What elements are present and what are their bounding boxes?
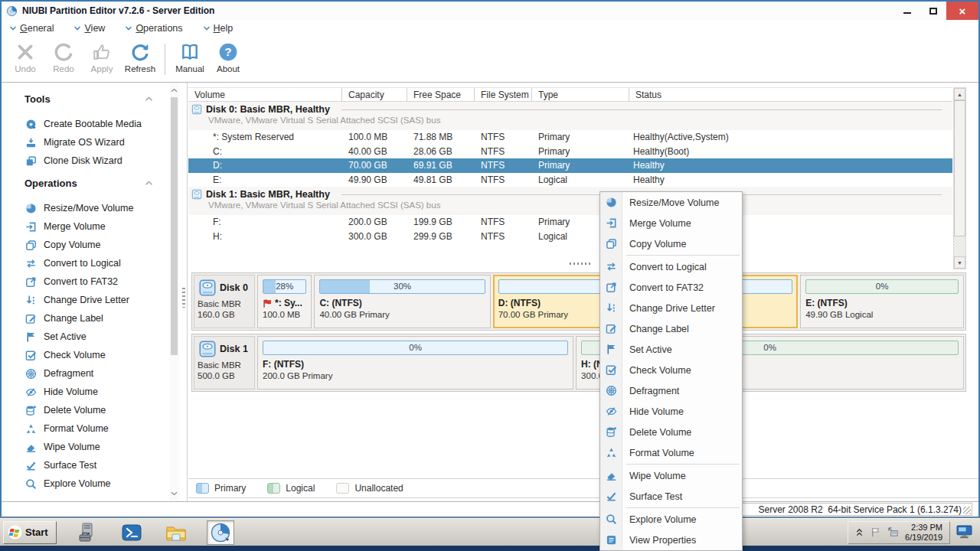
sidebar-scrollbar[interactable] [169, 83, 179, 501]
column-header[interactable]: Free Space [407, 88, 475, 102]
network-icon[interactable] [887, 527, 899, 538]
toolbar-button[interactable]: Manual [171, 37, 209, 82]
sidebar-item[interactable]: Convert to FAT32 [2, 272, 187, 291]
context-menu-item[interactable]: Delete Volume [600, 422, 742, 442]
clock[interactable]: 2:39 PM 6/19/2019 [905, 523, 942, 543]
sidebar-item[interactable]: Format Volume [2, 419, 187, 438]
sidebar-item[interactable]: Check Volume [2, 346, 187, 364]
sidebar-scrollbar-thumb[interactable] [171, 97, 178, 355]
table-row[interactable]: *: System Reserved 100.0 MB 71.88 MB NTF… [188, 130, 952, 145]
menu-item[interactable]: Help [203, 23, 234, 34]
scroll-down-arrow[interactable]: ▼ [954, 256, 965, 269]
taskbar-app-button[interactable] [118, 520, 145, 545]
sidebar-item[interactable]: Clone Disk Wizard [2, 152, 187, 170]
context-menu-item-icon [600, 282, 622, 293]
sidebar-item[interactable]: Change Label [2, 309, 187, 328]
start-button[interactable]: Start [3, 521, 57, 544]
menu-item[interactable]: Operations [125, 23, 182, 34]
context-menu-item[interactable]: Check Volume [600, 360, 742, 380]
sidebar-item[interactable]: Migrate OS Wizard [2, 133, 187, 152]
sidebar-item[interactable]: Merge Volume [2, 217, 187, 236]
sidebar-item[interactable]: Copy Volume [2, 236, 187, 254]
table-row[interactable]: D: 70.00 GB 69.91 GB NTFS Primary Health… [188, 158, 952, 173]
context-menu-item[interactable]: View Properties [600, 530, 742, 550]
sidebar-item[interactable]: Hide Volume [2, 383, 187, 401]
table-row[interactable]: C: 40.00 GB 28.06 GB NTFS Primary Health… [188, 145, 952, 159]
partition-label: D: (NTFS) [498, 298, 541, 308]
table-scrollbar[interactable]: ▲ ▼ [953, 87, 966, 269]
column-header[interactable]: File System [475, 88, 532, 102]
column-header[interactable]: Type [532, 88, 629, 102]
sidebar-splitter[interactable] [182, 288, 185, 308]
taskbar-app-button[interactable] [74, 520, 101, 545]
context-menu-item[interactable]: Resize/Move Volume [600, 192, 742, 213]
system-tray: 2:39 PM 6/19/2019 [848, 521, 950, 544]
context-menu-item[interactable]: Format Volume [600, 442, 742, 463]
context-menu-item[interactable]: Convert to FAT32 [600, 277, 742, 298]
sidebar-item[interactable]: Explore Volume [2, 474, 187, 493]
context-menu-item[interactable]: Merge Volume [600, 213, 742, 233]
show-desktop-button[interactable] [956, 525, 972, 540]
taskbar-app-button[interactable] [207, 520, 234, 545]
context-menu-item[interactable]: Change Drive Letter [600, 298, 742, 318]
toolbar-button[interactable]: Refresh [121, 37, 159, 82]
partition-block[interactable]: 28% *: Sy... 100.0 MB [257, 275, 312, 328]
menu-item[interactable]: View [74, 23, 105, 34]
column-header[interactable]: Capacity [342, 88, 407, 102]
sidebar-item[interactable]: Set Active [2, 328, 187, 346]
disk-bus-info: VMware, VMware Virtual S Serial Attached… [208, 201, 948, 210]
disk-info[interactable]: Disk 1 Basic MBR 500.0 GB [194, 336, 255, 390]
context-menu-item[interactable]: Defragment [600, 380, 742, 401]
column-header[interactable]: Volume [188, 88, 342, 102]
table-row[interactable]: F: 200.0 GB 199.9 GB NTFS Primary Health… [188, 215, 952, 230]
minimize-button[interactable] [894, 2, 920, 20]
show-hidden-icons-chevron[interactable] [855, 527, 864, 537]
sidebar-item[interactable]: Surface Test [2, 456, 187, 474]
table-row[interactable]: E: 49.90 GB 49.81 GB NTFS Logical Health… [188, 173, 952, 187]
context-menu-item[interactable]: Hide Volume [600, 401, 742, 422]
context-menu-item[interactable]: Convert to Logical [600, 256, 742, 277]
maximize-button[interactable] [920, 2, 946, 20]
sidebar-section-header[interactable]: Tools [2, 93, 187, 105]
scroll-down-icon[interactable] [170, 489, 178, 498]
sidebar-item[interactable]: Wipe Volume [2, 438, 187, 456]
context-menu-item[interactable]: Change Label [600, 318, 742, 339]
context-menu-item[interactable]: Wipe Volume [600, 465, 742, 486]
sidebar-item[interactable]: Create Bootable Media [2, 115, 187, 133]
context-menu-item[interactable]: Copy Volume [600, 233, 742, 254]
partition-block[interactable]: 0% E: (NTFS) 49.90 GB Logical [800, 275, 964, 328]
action-center-flag-icon[interactable] [870, 527, 881, 538]
context-menu-item[interactable]: Surface Test [600, 486, 742, 507]
sidebar-item[interactable]: Convert to Logical [2, 254, 187, 272]
sidebar-item[interactable]: Change Drive Letter [2, 291, 187, 309]
menu-bar: General View Operations Help [2, 20, 978, 37]
scroll-up-icon[interactable] [170, 86, 178, 95]
partition-block[interactable]: 0% F: (NTFS) 200.0 GB Primary [257, 336, 573, 390]
taskbar-app-button[interactable] [162, 520, 190, 545]
menu-item[interactable]: General [9, 23, 54, 34]
context-menu-item-icon [600, 261, 622, 272]
disk-group-row[interactable]: Disk 1: Basic MBR, Healthy VMware, VMwar… [188, 187, 952, 215]
table-row[interactable]: H: 300.0 GB 299.9 GB NTFS Logical Health… [188, 230, 952, 244]
toolbar-button[interactable]: ? About [209, 37, 247, 82]
disk-group-row[interactable]: Disk 0: Basic MBR, Healthy VMware, VMwar… [188, 102, 952, 130]
partition-block[interactable]: 30% C: (NTFS) 40.00 GB Primary [314, 275, 490, 328]
column-header[interactable]: Status [629, 88, 758, 102]
toolbar-button[interactable]: Apply [83, 37, 121, 82]
table-scrollbar-thumb[interactable] [954, 100, 965, 236]
disk-info[interactable]: Disk 0 Basic MBR 160.0 GB [194, 275, 255, 328]
sidebar-item[interactable]: Defragment [2, 364, 187, 383]
toolbar-button[interactable]: Redo [44, 37, 83, 82]
splitter-handle[interactable] [570, 262, 591, 265]
sidebar-item[interactable]: Delete Volume [2, 401, 187, 419]
resize-grip[interactable] [963, 507, 971, 514]
sidebar-item[interactable]: Resize/Move Volume [2, 199, 187, 217]
toolbar-button[interactable]: Undo [6, 37, 44, 82]
sidebar-section-header[interactable]: Operations [2, 178, 187, 189]
scroll-up-arrow[interactable]: ▲ [954, 88, 965, 100]
close-button[interactable]: × [946, 2, 978, 20]
context-menu-item[interactable]: Explore Volume [600, 509, 742, 530]
context-menu-item[interactable]: Set Active [600, 339, 742, 360]
collapse-chevron-icon [145, 181, 153, 186]
legend-item: Primary [196, 483, 246, 494]
